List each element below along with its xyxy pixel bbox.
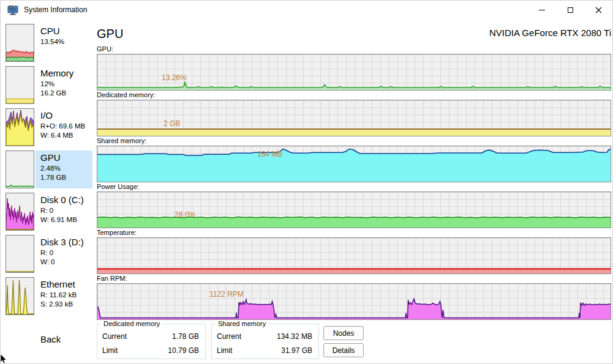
- title-bar: System Information: [1, 1, 612, 19]
- ethernet-minigraph: [6, 277, 34, 315]
- maximize-icon: [568, 7, 573, 13]
- temperature-label: Temperature:: [97, 229, 611, 237]
- dedicated-memory-panel: Dedicated memory Current 1.78 GB Limit 1…: [97, 324, 206, 359]
- fan-rpm-label: Fan RPM:: [97, 275, 611, 283]
- shared-limit-label: Limit: [217, 345, 232, 357]
- gpu-usage-label: GPU:: [97, 45, 611, 53]
- power-usage-value: 28.0%: [175, 210, 195, 219]
- shared-memory-panel-legend: Shared memory: [216, 320, 268, 327]
- disk0-minigraph: [6, 193, 34, 231]
- close-icon: [595, 7, 602, 13]
- gpu-usage-graph: 13.26%: [97, 54, 611, 91]
- cpu-minigraph: [6, 24, 34, 62]
- disk3-minigraph: [6, 235, 34, 273]
- gpu-minigraph: [6, 150, 34, 188]
- dedicated-limit-value: 10.79 GB: [168, 345, 199, 357]
- sidebar-cpu-label: CPU: [40, 24, 92, 37]
- sidebar-item-ethernet[interactable]: Ethernet R: 11.62 kB S: 2.93 kB: [6, 277, 94, 315]
- power-usage-label: Power Usage:: [97, 183, 611, 191]
- back-button[interactable]: Back: [40, 334, 94, 344]
- main-panel: GPU NVIDIA GeForce RTX 2080 Ti GPU: 13.2…: [97, 19, 611, 359]
- gpu-device-name: NVIDIA GeForce RTX 2080 Ti: [489, 26, 611, 40]
- sidebar-item-io[interactable]: I/O R+O: 69.6 MB W: 6.4 MB: [6, 108, 94, 146]
- nodes-button[interactable]: Nodes: [323, 326, 364, 340]
- fan-rpm-value: 1122 RPM: [209, 290, 244, 299]
- minimize-button[interactable]: [528, 1, 556, 19]
- gpu-usage-section: GPU: 13.26%: [97, 45, 611, 91]
- shared-current-value: 134.32 MB: [277, 331, 312, 343]
- minimize-icon: [539, 10, 545, 10]
- gpu-usage-value: 13.26%: [162, 73, 187, 82]
- dedicated-memory-label: Dedicated memory:: [97, 91, 611, 99]
- fan-rpm-section: Fan RPM: 1122 RPM: [97, 275, 611, 320]
- details-button[interactable]: Details: [323, 343, 364, 357]
- sidebar-memory-label: Memory: [40, 67, 92, 80]
- app-icon: [7, 4, 19, 16]
- dedicated-current-label: Current: [102, 331, 127, 343]
- window-title: System Information: [24, 6, 87, 14]
- close-button[interactable]: [584, 1, 612, 19]
- page-title: GPU: [97, 26, 123, 41]
- system-information-window: System Information CPU 13.54%: [0, 0, 613, 364]
- sidebar-gpu-label: GPU: [40, 151, 92, 164]
- power-usage-graph: 28.0%: [97, 191, 611, 228]
- mouse-cursor: [0, 354, 8, 364]
- maximize-button[interactable]: [556, 1, 584, 19]
- shared-memory-graph: 164 MB: [97, 146, 611, 182]
- dedicated-limit-label: Limit: [102, 345, 118, 357]
- sidebar-cpu-value: 13.54%: [40, 37, 92, 46]
- sidebar-item-disk0[interactable]: Disk 0 (C:) R: 0 W: 6.91 MB: [6, 193, 94, 231]
- power-usage-section: Power Usage: 28.0%: [97, 183, 611, 228]
- sidebar-item-gpu[interactable]: GPU 2.48% 1.78 GB: [6, 150, 94, 188]
- shared-limit-value: 31.97 GB: [281, 345, 312, 357]
- dedicated-memory-section: Dedicated memory: 2 GB: [97, 91, 611, 136]
- dedicated-memory-value: 2 GB: [164, 119, 180, 128]
- temperature-graph: [97, 237, 611, 274]
- fan-rpm-graph: 1122 RPM: [97, 283, 611, 320]
- shared-memory-section: Shared memory: 164 MB: [97, 137, 611, 182]
- shared-memory-panel: Shared memory Current 134.32 MB Limit 31…: [211, 324, 319, 359]
- dedicated-memory-panel-legend: Dedicated memory: [101, 320, 162, 327]
- dedicated-memory-graph: 2 GB: [97, 100, 611, 136]
- sidebar-item-memory[interactable]: Memory 12% 16.2 GB: [6, 66, 94, 104]
- io-minigraph: [6, 108, 34, 146]
- bottom-panels: Dedicated memory Current 1.78 GB Limit 1…: [97, 321, 611, 359]
- sidebar: CPU 13.54% Memory 12% 16.2 GB: [1, 19, 94, 344]
- sidebar-item-cpu[interactable]: CPU 13.54%: [6, 24, 94, 62]
- shared-current-label: Current: [217, 331, 241, 343]
- sidebar-disk3-label: Disk 3 (D:): [40, 236, 92, 248]
- temperature-section: Temperature:: [97, 229, 611, 274]
- sidebar-item-disk3[interactable]: Disk 3 (D:) R: 0 W: 0: [6, 235, 94, 273]
- shared-memory-label: Shared memory:: [97, 137, 611, 145]
- sidebar-disk0-label: Disk 0 (C:): [40, 193, 92, 206]
- sidebar-ethernet-label: Ethernet: [40, 278, 92, 291]
- sidebar-io-label: I/O: [40, 109, 92, 122]
- memory-minigraph: [6, 66, 34, 104]
- shared-memory-value: 164 MB: [257, 150, 282, 158]
- dedicated-current-value: 1.78 GB: [172, 331, 199, 343]
